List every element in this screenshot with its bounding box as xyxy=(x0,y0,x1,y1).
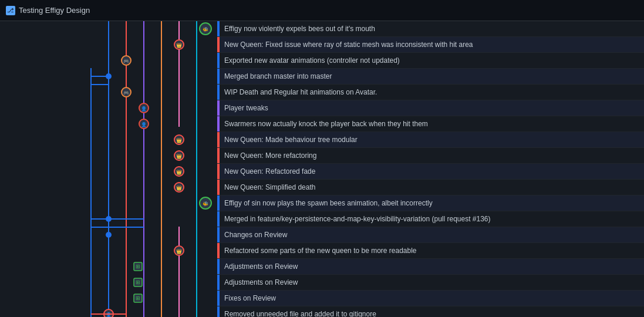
svg-text:👑: 👑 xyxy=(176,42,182,48)
commit-message: Changes on Review xyxy=(220,231,292,239)
svg-text:👑: 👑 xyxy=(176,153,182,159)
commit-message: Adjustments on Review xyxy=(220,278,302,286)
commit-message: Merged in feature/key-persistence-and-ma… xyxy=(220,215,495,223)
commit-row[interactable]: Merged branch master into master xyxy=(217,69,644,85)
commit-row[interactable]: Fixes on Review xyxy=(217,291,644,306)
commit-message: New Queen: Fixed issue where ray of stat… xyxy=(220,41,478,49)
commit-row[interactable]: Swarmers now actually knock the player b… xyxy=(217,116,644,132)
commit-row[interactable]: Adjustments on Review xyxy=(217,259,644,275)
branch-icon: ⎇ xyxy=(6,6,15,15)
commit-row[interactable]: New Queen: Refactored fade xyxy=(217,164,644,180)
commit-row[interactable]: New Queen: Simplified death xyxy=(217,180,644,195)
commit-message: Exported new avatar animations (controll… xyxy=(220,56,404,65)
commit-row[interactable]: New Queen: Made behaviour tree modular xyxy=(217,132,644,148)
svg-text:🎮: 🎮 xyxy=(123,90,129,96)
svg-text:🐝: 🐝 xyxy=(203,201,208,207)
svg-point-35 xyxy=(106,232,112,238)
commit-row[interactable]: Effigy of sin now plays the spawn bees a… xyxy=(217,195,644,211)
svg-text:👑: 👑 xyxy=(176,185,182,191)
svg-text:⊞: ⊞ xyxy=(136,264,140,269)
commit-message: Fixes on Review xyxy=(220,294,281,302)
svg-text:🐝: 🐝 xyxy=(203,26,208,32)
svg-text:👤: 👤 xyxy=(141,106,147,112)
commit-message: New Queen: More refactoring xyxy=(220,151,321,160)
main-content: 🐝 👑 🎮 🎮 👤 👤 👑 xyxy=(0,21,644,317)
svg-text:👤: 👤 xyxy=(141,122,147,127)
svg-text:⊞: ⊞ xyxy=(136,279,140,285)
commit-row[interactable]: Adjustments on Review xyxy=(217,275,644,291)
commit-message: New Queen: Simplified death xyxy=(220,183,320,191)
commit-message: New Queen: Refactored fade xyxy=(220,167,320,176)
svg-text:👑: 👑 xyxy=(176,248,182,254)
svg-text:🎮: 🎮 xyxy=(123,58,129,64)
header: ⎇ Testing Effigy Design xyxy=(0,0,644,21)
commit-row[interactable]: Refactored some parts of the new queen t… xyxy=(217,243,644,259)
commit-message: Removed unneeded file and added it to gi… xyxy=(220,310,381,317)
commit-message: Effigy of sin now plays the spawn bees a… xyxy=(220,199,437,207)
commit-message: Player tweaks xyxy=(220,104,273,112)
commit-row[interactable]: WIP Death and Regular hit animations on … xyxy=(217,85,644,100)
commit-message: WIP Death and Regular hit animations on … xyxy=(220,88,382,96)
svg-text:👑: 👑 xyxy=(176,169,182,175)
commit-row[interactable]: Effigy now violently expels bees out of … xyxy=(217,21,644,37)
commit-message: Swarmers now actually knock the player b… xyxy=(220,120,433,128)
commit-rows: Effigy now violently expels bees out of … xyxy=(217,21,644,317)
commit-row[interactable]: Player tweaks xyxy=(217,100,644,116)
commit-message: Refactored some parts of the new queen t… xyxy=(220,247,422,255)
commit-graph: 🐝 👑 🎮 🎮 👤 👤 👑 xyxy=(0,21,217,317)
commit-list: Effigy now violently expels bees out of … xyxy=(217,21,644,317)
commit-row[interactable]: Exported new avatar animations (controll… xyxy=(217,53,644,69)
commit-row[interactable]: Removed unneeded file and added it to gi… xyxy=(217,306,644,317)
commit-row[interactable]: Changes on Review xyxy=(217,227,644,243)
commit-message: Effigy now violently expels bees out of … xyxy=(220,25,380,33)
commit-message: Adjustments on Review xyxy=(220,262,302,271)
svg-text:👑: 👑 xyxy=(176,137,182,143)
commit-row[interactable]: Merged in feature/key-persistence-and-ma… xyxy=(217,211,644,227)
svg-text:⊞: ⊞ xyxy=(136,295,140,301)
header-title: Testing Effigy Design xyxy=(19,6,90,15)
commit-message: Merged branch master into master xyxy=(220,72,336,80)
commit-row[interactable]: New Queen: More refactoring xyxy=(217,148,644,164)
commit-message: New Queen: Made behaviour tree modular xyxy=(220,136,362,144)
commit-row[interactable]: New Queen: Fixed issue where ray of stat… xyxy=(217,37,644,53)
graph-area: 🐝 👑 🎮 🎮 👤 👤 👑 xyxy=(0,21,217,317)
